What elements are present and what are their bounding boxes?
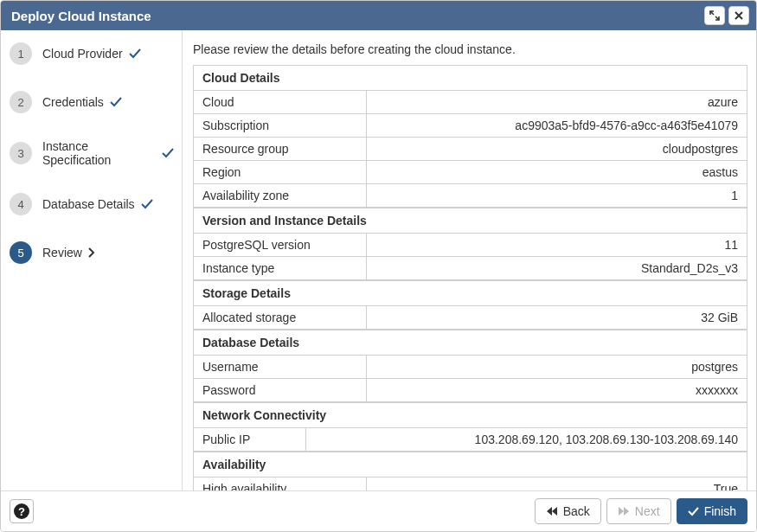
table-row: Public IP 103.208.69.120, 103.208.69.130… [194,427,747,451]
dialog-footer: ? Back Next Finish [1,490,756,531]
close-button[interactable] [728,6,749,25]
step-label: Credentials [42,95,104,109]
row-value: cloudpostgres [367,138,747,160]
check-icon [161,147,175,159]
table-row: High availability True [194,477,747,490]
row-label: Password [194,379,367,401]
table-row: Password xxxxxxx [194,378,747,401]
table-row: Username postgres [194,355,747,378]
row-value: azure [367,91,747,113]
cloud-details-section: Cloud Details Cloud azure Subscription a… [193,65,747,208]
section-header: Storage Details [194,280,747,305]
table-row: Instance type Standard_D2s_v3 [194,256,747,279]
step-database-details[interactable]: 4 Database Details [10,193,175,215]
row-label: Allocated storage [194,306,367,329]
row-value: ac9903a5-bfd9-4576-a9cc-a463f5e41079 [367,114,747,137]
check-icon [688,507,699,516]
row-label: Subscription [194,114,367,137]
table-row: Allocated storage 32 GiB [194,305,747,329]
step-number: 2 [10,91,32,113]
availability-section: Availability High availability True [193,452,747,490]
row-label: Instance type [194,257,367,279]
step-review[interactable]: 5 Review [10,241,175,264]
help-icon: ? [14,503,29,519]
step-label: Review [42,246,82,260]
step-instance-specification[interactable]: 3 Instance Specification [10,139,175,167]
review-intro-text: Please review the details before creatin… [193,39,747,60]
row-label: Cloud [194,91,367,113]
stepper-sidebar: 1 Cloud Provider 2 Credentials 3 Instanc… [1,30,183,490]
row-label: Region [194,161,367,183]
help-button[interactable]: ? [10,499,34,523]
back-button-label: Back [563,504,590,518]
review-content: Please review the details before creatin… [183,30,756,490]
row-value: postgres [367,356,747,378]
step-number: 5 [10,241,32,264]
row-value: 1 [367,184,747,207]
network-connectivity-section: Network Connectivity Public IP 103.208.6… [193,402,747,452]
row-value: Standard_D2s_v3 [367,257,747,279]
row-value: 11 [367,234,747,256]
dialog-title: Deploy Cloud Instance [11,9,701,23]
finish-button[interactable]: Finish [677,498,747,524]
step-label: Instance Specification [42,139,156,167]
next-button[interactable]: Next [606,498,671,524]
close-icon [734,10,744,21]
section-header: Version and Instance Details [194,208,747,233]
section-header: Database Details [194,330,747,355]
check-icon [140,198,154,210]
row-label: Username [194,356,367,378]
maximize-button[interactable] [704,6,725,25]
back-button[interactable]: Back [535,498,601,524]
finish-button-label: Finish [704,504,736,518]
titlebar: Deploy Cloud Instance [1,1,756,30]
table-row: PostgreSQL version 11 [194,233,747,256]
row-value: True [367,478,747,490]
row-value: eastus [367,161,747,183]
chevron-right-icon [87,247,95,258]
table-row: Resource group cloudpostgres [194,137,747,160]
check-icon [109,96,123,108]
rewind-icon [546,507,558,516]
row-value: 32 GiB [367,306,747,329]
deploy-cloud-instance-dialog: Deploy Cloud Instance 1 Cloud Provider 2… [0,0,757,532]
dialog-body: 1 Cloud Provider 2 Credentials 3 Instanc… [1,30,756,490]
section-header: Network Connectivity [194,402,747,427]
step-credentials[interactable]: 2 Credentials [10,91,175,113]
section-header: Cloud Details [194,65,747,90]
step-number: 1 [10,42,32,65]
storage-details-section: Storage Details Allocated storage 32 GiB [193,280,747,330]
table-row: Availability zone 1 [194,183,747,207]
row-value: xxxxxxx [367,379,747,401]
row-label: PostgreSQL version [194,234,367,256]
row-value: 103.208.69.120, 103.208.69.130-103.208.6… [306,428,747,451]
database-details-section: Database Details Username postgres Passw… [193,330,747,402]
row-label: Resource group [194,138,367,160]
step-number: 4 [10,193,32,215]
check-icon [128,48,142,60]
row-label: Public IP [194,428,306,451]
table-row: Subscription ac9903a5-bfd9-4576-a9cc-a46… [194,113,747,137]
step-number: 3 [10,142,32,164]
next-button-label: Next [635,504,660,518]
step-label: Database Details [42,197,135,211]
step-label: Cloud Provider [42,47,123,61]
row-label: High availability [194,478,367,490]
table-row: Cloud azure [194,90,747,113]
section-header: Availability [194,452,747,477]
version-instance-section: Version and Instance Details PostgreSQL … [193,208,747,280]
expand-icon [709,10,720,21]
forward-icon [618,507,630,516]
row-label: Availability zone [194,184,367,207]
table-row: Region eastus [194,160,747,183]
step-cloud-provider[interactable]: 1 Cloud Provider [10,42,175,65]
